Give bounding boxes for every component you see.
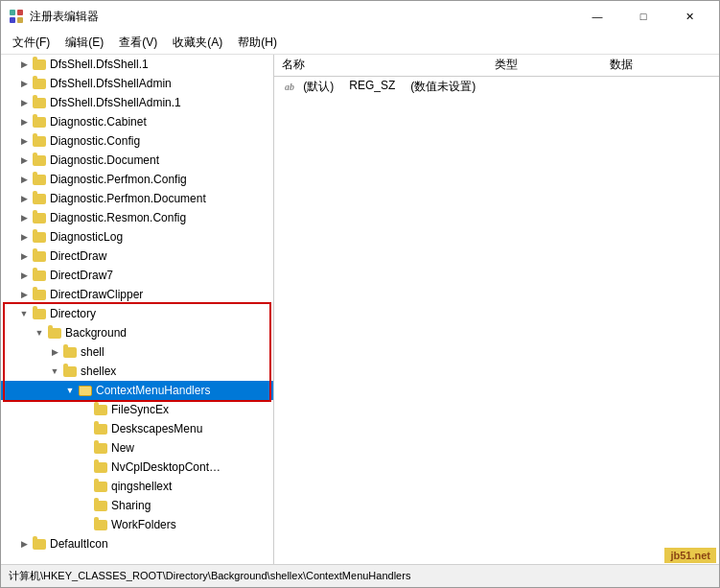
tree-item-directdraw[interactable]: ▶ DirectDraw: [1, 247, 273, 266]
expand-icon: ▶: [16, 287, 32, 302]
expand-icon: [78, 517, 93, 532]
folder-icon: [32, 77, 47, 90]
folder-icon: [62, 345, 78, 359]
folder-icon: [32, 288, 47, 301]
folder-icon: [32, 211, 47, 224]
expand-icon: ▼: [47, 364, 62, 379]
expand-icon: ▶: [16, 76, 32, 91]
folder-icon: [32, 58, 47, 71]
tree-item-contextmenuhandlers[interactable]: ▼ ContextMenuHandlers: [1, 381, 273, 400]
folder-icon: [32, 269, 47, 282]
expand-icon: ▶: [16, 191, 32, 206]
tree-pane[interactable]: ▶ DfsShell.DfsShell.1 ▶ DfsShell.DfsShel…: [1, 55, 274, 564]
folder-icon: [32, 134, 47, 148]
svg-rect-3: [17, 17, 23, 23]
folder-icon: [32, 96, 47, 109]
folder-icon: [93, 480, 108, 493]
folder-icon: [32, 153, 47, 167]
folder-icon: [93, 422, 108, 435]
window-title: 注册表编辑器: [30, 9, 575, 25]
tree-item-background[interactable]: ▼ Background: [1, 323, 273, 342]
table-row[interactable]: ab (默认) REG_SZ (数值未设置): [274, 77, 487, 96]
expand-icon: [78, 421, 93, 436]
menu-favorites[interactable]: 收藏夹(A): [165, 33, 230, 54]
expand-icon: ▶: [16, 57, 32, 72]
tree-item-sharing[interactable]: Sharing: [1, 496, 273, 515]
tree-item-diagnostic-perfmon-config[interactable]: ▶ Diagnostic.Perfmon.Config: [1, 170, 273, 189]
tree-item-directory[interactable]: ▼ Directory: [1, 304, 273, 323]
expand-icon: [78, 459, 93, 475]
tree-wrapper: ▶ DfsShell.DfsShell.1 ▶ DfsShell.DfsShel…: [1, 55, 273, 553]
folder-icon: [32, 307, 47, 320]
tree-item-shell[interactable]: ▶ shell: [1, 342, 273, 362]
ab-icon: ab: [282, 80, 297, 93]
tree-item-diagnostic-cabinet[interactable]: ▶ Diagnostic.Cabinet: [1, 112, 273, 131]
folder-icon: [93, 403, 108, 416]
tree-item-directdraw7[interactable]: ▶ DirectDraw7: [1, 266, 273, 285]
expand-icon: ▶: [16, 153, 32, 168]
menu-file[interactable]: 文件(F): [5, 33, 58, 54]
reg-name: ab (默认): [274, 77, 341, 96]
svg-rect-1: [17, 10, 23, 15]
tree-item-workfolders[interactable]: WorkFolders: [1, 515, 273, 534]
expand-icon: ▼: [62, 383, 78, 398]
folder-icon: [32, 249, 47, 263]
tree-item-dfsshell-admin[interactable]: ▶ DfsShell.DfsShellAdmin: [1, 74, 273, 93]
expand-icon: ▶: [16, 133, 32, 149]
column-data: 数据: [602, 55, 719, 76]
menu-edit[interactable]: 编辑(E): [58, 33, 111, 54]
tree-item-new[interactable]: New: [1, 438, 273, 458]
status-bar: 计算机\HKEY_CLASSES_ROOT\Directory\Backgrou…: [1, 564, 719, 587]
expand-icon: ▶: [16, 268, 32, 283]
folder-icon: [93, 499, 108, 512]
expand-icon: [78, 498, 93, 513]
folder-icon: [93, 460, 108, 474]
reg-data: (数值未设置): [403, 77, 483, 96]
folder-icon: [93, 441, 108, 455]
tree-item-deskscapesmenu[interactable]: DeskscapesMenu: [1, 419, 273, 438]
folder-icon: [32, 115, 47, 129]
expand-icon: ▶: [16, 229, 32, 245]
folder-icon: [78, 384, 93, 397]
tree-item-nvcpl[interactable]: NvCplDesktopCont…: [1, 458, 273, 477]
tree-item-diagnostic-config[interactable]: ▶ Diagnostic.Config: [1, 131, 273, 151]
expand-icon: ▶: [16, 114, 32, 129]
expand-icon: ▶: [16, 248, 32, 264]
maximize-button[interactable]: □: [621, 1, 665, 32]
expand-icon: ▶: [16, 95, 32, 110]
folder-icon: [93, 518, 108, 531]
folder-icon: [32, 537, 47, 551]
folder-icon: [32, 230, 47, 244]
menu-help[interactable]: 帮助(H): [230, 33, 285, 54]
svg-rect-0: [10, 10, 15, 15]
tree-item-dfsshell1[interactable]: ▶ DfsShell.DfsShell.1: [1, 55, 273, 74]
minimize-button[interactable]: —: [575, 1, 619, 32]
tree-item-shellex[interactable]: ▼ shellex: [1, 362, 273, 381]
tree-item-diagnosticlog[interactable]: ▶ DiagnosticLog: [1, 227, 273, 247]
folder-icon: [62, 365, 78, 378]
tree-item-diagnostic-resmon-config[interactable]: ▶ Diagnostic.Resmon.Config: [1, 208, 273, 227]
status-text: 计算机\HKEY_CLASSES_ROOT\Directory\Backgrou…: [9, 569, 410, 583]
folder-icon: [32, 173, 47, 186]
tree-item-defaulticon[interactable]: ▶ DefaultIcon: [1, 534, 273, 553]
tree-item-dfsshell-admin1[interactable]: ▶ DfsShell.DfsShellAdmin.1: [1, 93, 273, 112]
expand-icon: ▶: [47, 344, 62, 360]
watermark: jb51.net: [664, 548, 716, 563]
reg-type: REG_SZ: [341, 77, 403, 96]
column-name: 名称: [274, 55, 487, 76]
tree-item-filesyncex[interactable]: FileSyncEx: [1, 400, 273, 419]
tree-item-directdrawclipper[interactable]: ▶ DirectDrawClipper: [1, 285, 273, 304]
main-content: ▶ DfsShell.DfsShell.1 ▶ DfsShell.DfsShel…: [1, 55, 719, 564]
registry-table: 名称 类型 数据 ab (默认) REG_SZ (数值未设置): [274, 55, 719, 96]
expand-icon: ▶: [16, 536, 32, 552]
title-bar: 注册表编辑器 — □ ✕: [1, 1, 719, 32]
close-button[interactable]: ✕: [667, 1, 711, 32]
tree-item-diagnostic-perfmon-doc[interactable]: ▶ Diagnostic.Perfmon.Document: [1, 189, 273, 208]
app-icon: [9, 9, 24, 24]
expand-icon: [78, 479, 93, 494]
expand-icon: [78, 402, 93, 417]
menu-view[interactable]: 查看(V): [111, 33, 165, 54]
expand-icon: ▼: [32, 325, 47, 341]
tree-item-diagnostic-document[interactable]: ▶ Diagnostic.Document: [1, 151, 273, 170]
tree-item-qingshellext[interactable]: qingshellext: [1, 477, 273, 496]
